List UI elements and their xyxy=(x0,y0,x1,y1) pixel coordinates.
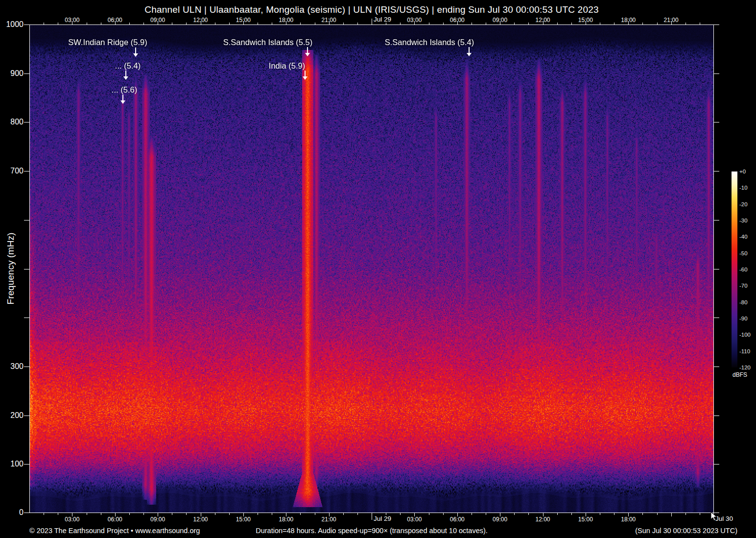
colorbar-tick-label: -20 xyxy=(739,201,748,207)
colorbar-tick-label: -110 xyxy=(739,348,750,354)
time-label-bottom: 18:00 xyxy=(621,516,636,523)
time-tick-top xyxy=(657,23,658,24)
time-tick-top xyxy=(229,23,230,24)
time-tick-bottom xyxy=(557,513,558,515)
colorbar-tick-label: -90 xyxy=(739,316,748,321)
time-label-bottom: 06:00 xyxy=(108,516,122,523)
time-tick-bottom xyxy=(87,513,87,515)
footer-duration-info: Duration=48 hours. Audio speed-up=900× (… xyxy=(29,527,714,535)
time-tick-bottom xyxy=(315,513,315,515)
freq-label: 300 xyxy=(1,362,24,371)
time-tick-bottom xyxy=(600,513,600,515)
freq-tick-right xyxy=(714,367,719,367)
time-tick-top xyxy=(486,23,486,24)
time-tick-top xyxy=(528,23,529,24)
time-tick-top xyxy=(272,23,272,24)
time-label-bottom: 03:00 xyxy=(65,516,79,523)
time-label-bottom: 12:00 xyxy=(193,516,208,523)
time-label-top: 12:00 xyxy=(193,17,208,24)
event-annotation-arrow-icon xyxy=(123,71,128,80)
time-tick-bottom xyxy=(671,513,672,516)
time-tick-bottom xyxy=(443,513,444,515)
time-tick-top xyxy=(101,23,101,24)
freq-tick-right xyxy=(714,171,719,171)
time-tick-top xyxy=(700,23,700,24)
colorbar-unit-label: dBFS xyxy=(732,371,747,378)
colorbar-tick-label: -120 xyxy=(739,365,751,370)
time-tick-top xyxy=(614,23,614,24)
time-tick-top xyxy=(472,23,472,24)
arrow-head xyxy=(133,53,138,57)
time-tick-bottom xyxy=(186,513,187,515)
colorbar-tick-label: -100 xyxy=(739,332,751,338)
time-tick-bottom xyxy=(143,513,144,515)
freq-tick-right xyxy=(714,416,719,416)
time-tick-bottom xyxy=(614,513,614,515)
time-tick-top xyxy=(315,23,315,24)
time-tick-top xyxy=(429,23,429,24)
time-label-bottom: Jul 30 xyxy=(715,515,733,522)
freq-tick-right xyxy=(714,73,719,74)
freq-tick-right xyxy=(714,24,719,25)
time-tick-top xyxy=(143,23,144,24)
time-label-top: 15:00 xyxy=(578,17,593,24)
time-tick-bottom xyxy=(101,513,101,515)
freq-tick-left xyxy=(24,416,29,416)
time-tick-top xyxy=(600,23,600,24)
freq-label: 900 xyxy=(1,69,24,78)
freq-tick-left xyxy=(24,513,29,513)
time-label-bottom: Jul 29 xyxy=(374,515,391,522)
event-annotation-arrow-icon xyxy=(133,48,138,57)
time-tick-top xyxy=(258,23,258,24)
arrow-stem xyxy=(305,71,306,76)
time-tick-top xyxy=(443,23,444,24)
time-label-bottom: 06:00 xyxy=(450,516,465,523)
event-annotation-arrow-icon xyxy=(305,47,310,56)
arrow-head xyxy=(305,53,310,56)
event-annotation-arrow-icon xyxy=(303,71,307,80)
time-tick-bottom xyxy=(400,513,401,515)
arrow-head xyxy=(123,76,128,80)
time-label-bottom: 21:00 xyxy=(322,516,336,523)
time-label-top: 21:00 xyxy=(664,17,679,24)
time-label-top: 09:00 xyxy=(150,17,165,24)
freq-tick-right xyxy=(714,269,719,269)
time-label-top: 03:00 xyxy=(407,17,422,24)
colorbar-tick-label: -60 xyxy=(739,267,748,272)
freq-tick-right xyxy=(714,122,719,122)
time-tick-top xyxy=(400,23,401,24)
y-axis-label: Frequency (mHz) xyxy=(5,260,16,277)
event-annotation-label: India (5.9) xyxy=(269,61,305,71)
colorbar-tick-label: -40 xyxy=(739,234,748,240)
time-tick-bottom xyxy=(172,513,172,515)
freq-tick-left xyxy=(24,171,29,171)
time-tick-bottom xyxy=(657,513,658,515)
freq-label: 0 xyxy=(1,508,24,517)
colorbar-tick-label: -70 xyxy=(739,283,748,289)
arrow-stem xyxy=(135,48,136,53)
time-tick-bottom xyxy=(372,513,372,520)
time-tick-bottom xyxy=(343,513,344,515)
freq-tick-left xyxy=(24,24,29,25)
time-tick-bottom xyxy=(472,513,472,515)
time-label-top: 18:00 xyxy=(279,17,293,24)
event-annotation-label: S.Sandwich Islands (5.4) xyxy=(385,38,474,47)
mouse-cursor-icon xyxy=(710,512,718,524)
freq-tick-right xyxy=(714,464,719,465)
time-tick-bottom xyxy=(229,513,230,515)
freq-label: 800 xyxy=(1,118,24,126)
time-label-bottom: 15:00 xyxy=(236,516,251,523)
event-annotation-label: S.Sandwich Islands (5.5) xyxy=(223,38,313,47)
time-label-top: 15:00 xyxy=(236,17,251,24)
arrow-stem xyxy=(307,47,308,53)
freq-tick-right xyxy=(714,220,719,220)
colorbar-tick-label: -10 xyxy=(739,185,748,191)
colorbar-tick-label: +0 xyxy=(739,169,746,174)
time-tick-bottom xyxy=(272,513,272,515)
event-annotation-arrow-icon xyxy=(467,47,472,56)
event-annotation-label: SW.Indian Ridge (5.9) xyxy=(68,38,147,47)
time-label-bottom: 03:00 xyxy=(407,516,422,523)
spectrogram-canvas xyxy=(30,25,713,513)
time-tick-bottom xyxy=(58,513,58,515)
freq-tick-left xyxy=(24,318,29,318)
